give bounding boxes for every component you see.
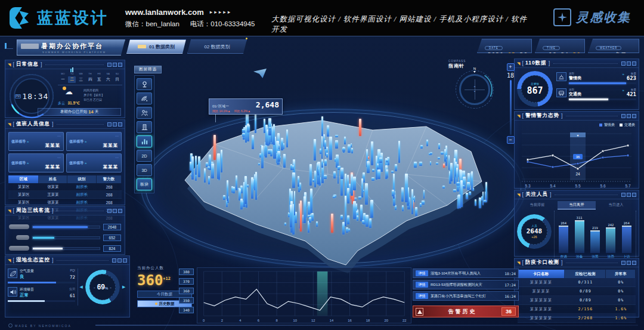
checkpoint-row: 某某某某某0/890%: [518, 296, 636, 305]
data-category-tab[interactable]: 02 数据类别: [187, 39, 247, 54]
map-bar: [244, 176, 247, 205]
flow-bars: 2648652824: [5, 215, 125, 254]
panel-minimize-icon[interactable]: [621, 114, 626, 118]
map-bar: [353, 201, 356, 218]
alert-detail-button[interactable]: 详情: [416, 282, 428, 288]
panel-popout-icon[interactable]: [627, 261, 631, 265]
panel-popout-icon[interactable]: [113, 122, 117, 127]
alert-detail-button[interactable]: 详情: [416, 270, 428, 276]
panel-popout-icon[interactable]: [627, 114, 631, 118]
weekday: FR五: [95, 72, 103, 83]
flow-track: [32, 236, 100, 239]
column-header[interactable]: 卡口名称: [518, 270, 565, 278]
duty-leader-card[interactable]: 值班领导»⋯某某某: [66, 132, 122, 151]
panel-expand-icon[interactable]: [118, 209, 122, 213]
temperature: 31.5℃: [67, 101, 80, 105]
alert-history-label: 告警历史: [427, 308, 498, 316]
duty-leader-card[interactable]: 值班领导»⋯某某某: [8, 153, 64, 172]
panel-duty-info: ◥[ 值班人员信息 ] 值班领导»⋯某某某值班领导»⋯某某某值班领导»⋯某某某值…: [5, 119, 125, 205]
page-title-plate: 暑期办公协作平台 SUMMER WORKING PLATFORM: [17, 39, 125, 55]
gauge-left-arrow-icon[interactable]: ◀: [80, 285, 83, 289]
alert-detail-button[interactable]: 详情: [416, 293, 428, 299]
panel-expand-icon[interactable]: [632, 193, 636, 197]
panel-expand-icon[interactable]: [118, 122, 122, 127]
flow-value: 2648: [103, 224, 121, 230]
map-bar: [377, 169, 380, 180]
panel-minimize-icon[interactable]: [112, 258, 116, 263]
panel-expand-icon[interactable]: [632, 261, 636, 265]
map-bar: [240, 199, 243, 209]
map-marker-icon[interactable]: [253, 69, 267, 78]
panel-minimize-icon[interactable]: [621, 261, 626, 265]
panel-minimize-icon[interactable]: [107, 122, 112, 127]
lunar-calendar: 闰四月初四庚子年【鼠年】辛巳月 乙巳日: [83, 88, 104, 102]
corner-tick-icon: ◥: [517, 114, 520, 118]
svg-text:0: 0: [203, 319, 205, 322]
panel-title: 湿地生态监控: [16, 257, 50, 264]
panel-minimize-icon[interactable]: [621, 61, 626, 66]
eco-value: 61: [70, 293, 75, 298]
alert-row[interactable]: 详情某路口有小汽车违章连闯三个红灯16:24: [413, 291, 519, 301]
layer-buttons: 2D3D板块: [134, 75, 154, 193]
alert-row[interactable]: 详情RD13-53指挥塔误报检测到火灾17:24: [413, 280, 519, 289]
layer-button-3D[interactable]: 3D: [137, 164, 152, 176]
panel-popout-icon[interactable]: [113, 63, 117, 67]
panel-popout-icon[interactable]: [113, 209, 117, 213]
map-bar: [191, 156, 193, 180]
panel-expand-icon[interactable]: [118, 63, 122, 67]
panel-expand-icon[interactable]: [123, 258, 127, 263]
zoom-slider[interactable]: [510, 80, 512, 135]
svg-text:5.4: 5.4: [550, 184, 555, 188]
map-bar: [466, 193, 468, 199]
map-bar: [208, 166, 210, 169]
column-header[interactable]: 区域: [8, 175, 39, 183]
panel-minimize-icon[interactable]: [107, 63, 112, 67]
layer-button-building[interactable]: [137, 121, 152, 133]
svg-text:6: 6: [258, 319, 259, 322]
layer-button-people[interactable]: [137, 107, 152, 119]
panel-minimize-icon[interactable]: [107, 209, 112, 213]
map-bar: [379, 158, 382, 162]
duty-leader-card[interactable]: 值班领导»⋯某某某: [8, 132, 64, 151]
focus-tab[interactable]: 当前滞留: [518, 201, 556, 209]
redacted-label: [16, 235, 29, 240]
duty-role: 值班领导: [11, 161, 26, 165]
layer-button-signal[interactable]: [137, 92, 152, 104]
header-deco-icon: [5, 43, 13, 49]
website-link[interactable]: www.lanlanwork.com: [125, 8, 204, 17]
focus-tab[interactable]: 当日进入: [597, 201, 635, 209]
alert-history-banner[interactable]: 告警历史 36: [413, 306, 519, 317]
more-icon: ⋯: [115, 134, 119, 138]
panel-expand-icon[interactable]: [632, 61, 636, 66]
zoom-out-button[interactable]: −: [507, 136, 515, 144]
layer-button-chart[interactable]: [137, 135, 152, 147]
zoom-in-button[interactable]: +: [507, 63, 515, 71]
map-bar: [242, 133, 244, 136]
focus-tab[interactable]: 当日离开: [558, 201, 596, 209]
map-bar: [446, 155, 448, 159]
column-header[interactable]: 姓名: [39, 175, 67, 183]
panel-popout-icon[interactable]: [117, 258, 122, 263]
column-header[interactable]: 警力数: [97, 175, 122, 183]
alert-row[interactable]: 详情湿地3-104片区有不明人员闯入18:24: [413, 269, 519, 278]
layer-button-板块[interactable]: 板块: [137, 178, 152, 190]
column-header[interactable]: 异常率: [606, 270, 636, 278]
column-header[interactable]: 应检/已检测: [565, 270, 606, 278]
panel-popout-icon[interactable]: [627, 61, 631, 66]
column-header[interactable]: 级别: [67, 175, 97, 183]
data-category-tab[interactable]: 01 数据类别: [126, 39, 186, 54]
checkpoint-row: 某某某某0/890%: [518, 287, 636, 296]
map-bar: [441, 152, 444, 155]
panel-title: 日常信息: [16, 61, 39, 68]
inspiration-collect[interactable]: 灵感收集: [553, 8, 631, 26]
panel-minimize-icon[interactable]: [621, 193, 626, 197]
gauge-right-arrow-icon[interactable]: ▶: [122, 285, 125, 289]
panel-popout-icon[interactable]: [627, 193, 631, 197]
layer-button-2D[interactable]: 2D: [137, 150, 152, 162]
services-tagline: 大数据可视化设计 / 软件界面设计 / 网站建设 / 手机及小程序设计 / 软件…: [271, 14, 534, 35]
duty-leader-card[interactable]: 值班领导»⋯某某某: [66, 153, 122, 172]
layer-button-camera[interactable]: [137, 78, 152, 90]
panel-expand-icon[interactable]: [632, 114, 636, 118]
made-by-footer: MADE BY NEHOMMICOA: [8, 323, 72, 328]
compass-dial[interactable]: N ⌃⌄: [456, 70, 494, 109]
